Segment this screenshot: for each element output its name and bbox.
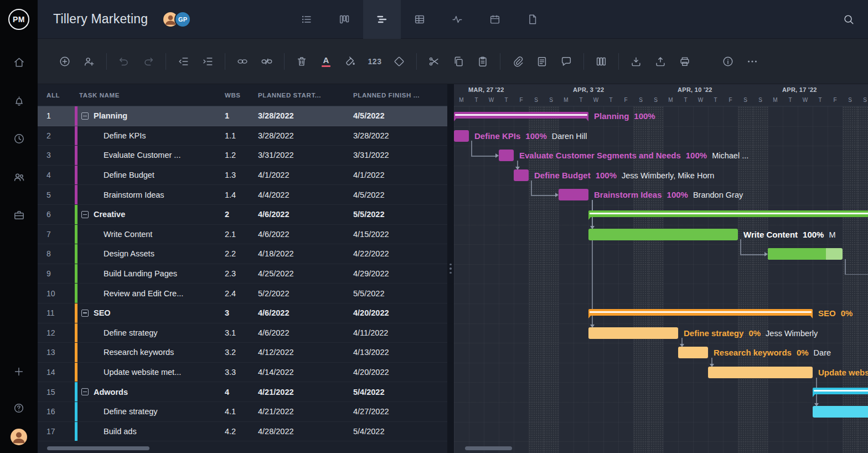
export-button[interactable]	[650, 51, 671, 72]
gantt-task-bar[interactable]	[588, 327, 678, 339]
user-avatar[interactable]	[11, 429, 27, 445]
column-header-finish[interactable]: PLANNED FINISH ...	[350, 92, 447, 99]
add-task-button[interactable]	[54, 51, 75, 72]
link-tasks-button[interactable]	[232, 51, 253, 72]
column-header-all[interactable]: ALL	[38, 92, 75, 99]
table-row[interactable]: 12Define strategy3.14/6/20224/11/2022	[38, 323, 447, 343]
table-row[interactable]: 5Brainstorm Ideas1.44/4/20224/5/2022	[38, 185, 447, 205]
attachment-button[interactable]	[507, 51, 528, 72]
table-row[interactable]: 1Planning13/28/20224/5/2022	[38, 106, 447, 126]
collapse-toggle-icon[interactable]	[81, 211, 89, 218]
assign-user-button[interactable]	[79, 51, 100, 72]
unlink-tasks-button[interactable]	[256, 51, 277, 72]
member-avatars[interactable]: GP	[162, 11, 191, 28]
gantt-bar-label: Update website met...0%	[818, 367, 868, 378]
sidebar-item-add[interactable]	[0, 353, 38, 390]
panel-splitter[interactable]	[447, 84, 454, 453]
gantt-summary-bar[interactable]	[588, 309, 813, 316]
table-row[interactable]: 4Define Budget1.34/1/20224/1/2022	[38, 166, 447, 186]
gantt-summary-bar[interactable]	[454, 112, 588, 119]
search-button[interactable]	[843, 13, 855, 25]
cut-button[interactable]	[423, 51, 445, 72]
tab-activity[interactable]	[438, 0, 476, 39]
font-color-button[interactable]: A	[316, 51, 337, 72]
gantt-task-bar[interactable]	[454, 130, 469, 142]
undo-button[interactable]	[113, 51, 135, 72]
table-row[interactable]: 3Evaluate Customer ...1.23/31/20223/31/2…	[38, 146, 447, 166]
table-row[interactable]: 13Research keywords3.24/12/20224/13/2022	[38, 343, 447, 363]
sidebar-item-timesheets[interactable]	[0, 120, 38, 158]
redo-button[interactable]	[138, 51, 159, 72]
notes-button[interactable]	[531, 51, 552, 72]
numbers-button[interactable]: 123	[364, 51, 385, 72]
gantt-task-bar[interactable]	[559, 189, 588, 200]
day-letter: S	[738, 97, 753, 103]
table-row[interactable]: 2Define KPIs1.13/28/20223/28/2022	[38, 126, 447, 146]
table-row[interactable]: 11SEO34/6/20224/20/2022	[38, 303, 447, 323]
tab-list[interactable]	[288, 0, 326, 39]
day-letter: T	[499, 97, 514, 103]
gantt-summary-bar[interactable]	[588, 210, 868, 217]
gantt-task-bar[interactable]	[499, 150, 514, 161]
collapse-toggle-icon[interactable]	[81, 310, 89, 317]
task-name-cell: Build Landing Pages	[75, 264, 221, 284]
indent-button[interactable]	[197, 51, 218, 72]
table-row[interactable]: 6Creative24/6/20225/5/2022	[38, 205, 447, 225]
task-name-cell: Build ads	[75, 422, 221, 441]
table-row[interactable]: 8Design Assets2.24/18/20224/22/2022	[38, 244, 447, 264]
gantt-task-bar[interactable]	[588, 229, 738, 240]
planned-finish-cell: 5/4/2022	[350, 388, 447, 397]
tab-docs[interactable]	[514, 0, 551, 39]
gantt-task-bar[interactable]	[678, 347, 708, 358]
tab-calendar[interactable]	[476, 0, 514, 39]
sidebar-item-team[interactable]	[0, 158, 38, 196]
table-row[interactable]: 16Define strategy4.14/21/20224/27/2022	[38, 402, 447, 422]
collapse-toggle-icon[interactable]	[81, 112, 89, 120]
table-row[interactable]: 9Build Landing Pages2.34/25/20224/29/202…	[38, 264, 447, 284]
table-row[interactable]: 15Adwords44/21/20225/4/2022	[38, 382, 447, 402]
more-button[interactable]	[742, 51, 763, 72]
task-color-strip	[75, 244, 78, 264]
planned-finish-cell: 4/5/2022	[350, 191, 447, 199]
print-button[interactable]	[674, 51, 695, 72]
wbs-cell: 4	[221, 388, 255, 397]
gantt-summary-bar[interactable]	[813, 388, 868, 394]
column-header-start[interactable]: PLANNED START...	[255, 92, 350, 99]
collapse-toggle-icon[interactable]	[81, 388, 89, 395]
app-logo[interactable]: PM	[0, 0, 38, 39]
table-row[interactable]: 17Build ads4.24/28/20225/4/2022	[38, 422, 447, 442]
fill-color-button[interactable]	[340, 51, 361, 72]
import-button[interactable]	[626, 51, 647, 72]
outdent-button[interactable]	[173, 51, 194, 72]
info-button[interactable]	[717, 51, 738, 72]
weekend-shade	[843, 106, 857, 453]
table-row[interactable]: 14Update website met...3.34/14/20224/20/…	[38, 363, 447, 383]
tab-board[interactable]	[326, 0, 363, 39]
delete-task-button[interactable]	[291, 51, 312, 72]
columns-button[interactable]	[591, 51, 612, 72]
table-hscrollbar[interactable]	[47, 446, 149, 450]
copy-button[interactable]	[448, 51, 469, 72]
bar-label-name: SEO	[818, 308, 836, 318]
gantt-task-bar[interactable]	[813, 406, 868, 418]
gantt-task-bar[interactable]	[768, 248, 843, 260]
sidebar-item-help[interactable]	[0, 390, 38, 426]
table-row[interactable]: 7Write Content2.14/6/20224/15/2022	[38, 225, 447, 245]
milestone-button[interactable]	[389, 51, 410, 72]
tab-gantt[interactable]	[363, 0, 401, 39]
day-letter: T	[783, 97, 798, 103]
column-header-name[interactable]: TASK NAME	[75, 92, 221, 99]
sidebar-item-home[interactable]	[0, 43, 38, 81]
gantt-task-bar[interactable]	[708, 367, 813, 378]
column-header-wbs[interactable]: WBS	[221, 92, 255, 99]
sidebar-item-portfolio[interactable]	[0, 196, 38, 234]
day-letter: T	[603, 97, 618, 103]
tab-sheet[interactable]	[401, 0, 438, 39]
sidebar-item-notifications[interactable]	[0, 81, 38, 120]
paste-button[interactable]	[472, 51, 493, 72]
comment-button[interactable]	[556, 51, 577, 72]
gantt-task-bar[interactable]	[514, 169, 529, 181]
member-avatar-initials[interactable]: GP	[174, 11, 191, 28]
gantt-hscrollbar[interactable]	[465, 446, 512, 450]
table-row[interactable]: 10Review and Edit Cre...2.45/2/20225/5/2…	[38, 284, 447, 303]
